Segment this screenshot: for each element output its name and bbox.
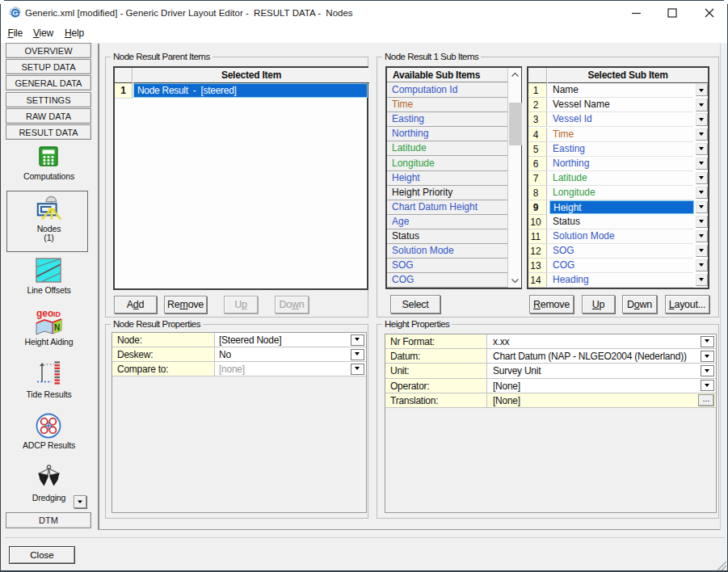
svg-text:ID: ID: [53, 310, 61, 318]
svg-text:N: N: [54, 323, 60, 332]
svg-text:G: G: [12, 8, 18, 17]
svg-text:geo: geo: [36, 308, 53, 319]
